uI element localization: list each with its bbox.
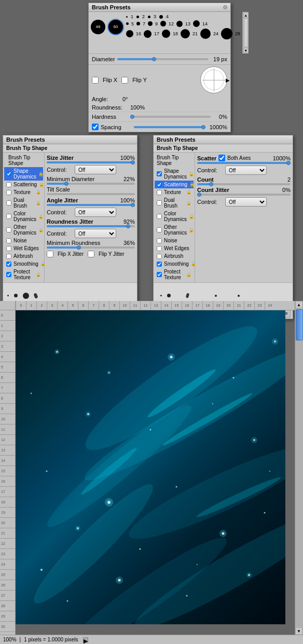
brush-18[interactable] — [162, 30, 170, 38]
rlist-item-color-dynamics[interactable]: Color Dynamics 🔒 — [155, 210, 194, 223]
size-jitter-thumb[interactable] — [131, 160, 135, 165]
color-dynamics-cb[interactable] — [6, 214, 11, 219]
rlist-item-shape-dynamics[interactable]: Shape Dynamics 🔒 — [155, 167, 194, 181]
brush-21[interactable] — [181, 29, 190, 38]
texture-cb[interactable] — [6, 190, 11, 195]
brush-grid-scrollbar[interactable]: ▲ ▼ — [242, 12, 249, 53]
control-select-2[interactable]: Off — [75, 208, 116, 217]
list-item-shape-dynamics[interactable]: Shape Dynamics 🔒 — [4, 167, 43, 181]
noise-cb[interactable] — [6, 238, 11, 243]
wet-edges-cb[interactable] — [6, 246, 11, 251]
list-item-wet-edges[interactable]: Wet Edges — [4, 244, 43, 252]
r-protect-texture-cb[interactable] — [157, 272, 162, 277]
diameter-slider[interactable] — [117, 58, 209, 60]
rlist-item-texture[interactable]: Texture 🔒 — [155, 188, 194, 196]
brush-13[interactable] — [176, 21, 183, 27]
flip-y-jitter-cb[interactable] — [88, 251, 94, 257]
r-dual-brush-cb[interactable] — [157, 200, 162, 205]
hardness-slider[interactable] — [130, 116, 211, 118]
brush-16[interactable] — [126, 30, 133, 37]
brush-5[interactable] — [126, 22, 129, 25]
both-axes-cb[interactable] — [218, 155, 225, 161]
r-wet-edges-cb[interactable] — [157, 246, 162, 251]
r-other-dynamics-cb[interactable] — [157, 227, 162, 232]
airbrush-cb[interactable] — [6, 254, 11, 259]
top-panel-close-dots[interactable] — [223, 5, 227, 9]
scatter-thumb[interactable] — [286, 161, 291, 165]
other-dynamics-cb[interactable] — [6, 227, 11, 232]
shape-dynamics-cb[interactable] — [6, 171, 11, 176]
diameter-thumb[interactable] — [152, 57, 156, 61]
spacing-checkbox[interactable] — [92, 124, 99, 130]
scattering-cb[interactable] — [6, 182, 11, 187]
min-roundness-slider[interactable] — [47, 246, 135, 249]
brush-7[interactable] — [136, 22, 140, 25]
list-item-other-dynamics[interactable]: Other Dynamics 🔒 — [4, 223, 43, 237]
roundness-jitter-slider[interactable] — [47, 225, 135, 227]
rlist-item-dual-brush[interactable]: Dual Brush 🔒 — [155, 196, 194, 210]
list-item-brush-tip[interactable]: Brush Tip Shape — [4, 154, 43, 167]
brush-1[interactable] — [126, 16, 128, 18]
r-airbrush-cb[interactable] — [157, 254, 162, 259]
scroll-right-up[interactable]: ▲ — [295, 301, 302, 308]
scroll-thumb[interactable] — [244, 18, 248, 47]
control-select-1[interactable]: Off — [75, 165, 116, 174]
flip-x-jitter-cb[interactable] — [47, 251, 53, 257]
r-color-dynamics-cb[interactable] — [157, 214, 162, 219]
list-item-color-dynamics[interactable]: Color Dynamics 🔒 — [4, 210, 43, 223]
status-nav-arrow[interactable]: ▶ — [83, 637, 88, 642]
flip-x-checkbox[interactable] — [92, 77, 99, 84]
brush-4[interactable] — [159, 15, 163, 19]
r-scattering-cb[interactable] — [157, 182, 162, 187]
angle-jitter-thumb[interactable] — [131, 203, 135, 207]
smoothing-cb[interactable] — [6, 262, 11, 267]
count-thumb[interactable] — [209, 182, 213, 186]
list-item-scattering[interactable]: Scattering 🔒 — [4, 181, 43, 188]
size-jitter-slider[interactable] — [47, 161, 135, 163]
list-item-protect-texture[interactable]: Protect Texture 🔒 — [4, 268, 43, 281]
protect-texture-cb[interactable] — [6, 272, 11, 277]
rlist-item-protect-texture[interactable]: Protect Texture 🔒 — [155, 268, 194, 281]
brush-3[interactable] — [148, 16, 150, 18]
r-noise-cb[interactable] — [157, 238, 162, 243]
brush-14[interactable] — [193, 20, 200, 27]
rlist-item-wet-edges[interactable]: Wet Edges — [155, 244, 194, 252]
right-scroll-thumb[interactable] — [296, 309, 303, 340]
scatter-slider[interactable] — [197, 162, 291, 164]
r-shape-dynamics-cb[interactable] — [157, 171, 162, 176]
tilt-scale-slider[interactable] — [47, 193, 135, 195]
r-control-select-1[interactable]: Off — [225, 166, 267, 175]
count-jitter-slider[interactable] — [197, 194, 291, 196]
min-diameter-thumb[interactable] — [64, 182, 68, 186]
brush-24[interactable] — [200, 29, 211, 39]
rlist-item-smoothing[interactable]: Smoothing 🔒 — [155, 260, 194, 268]
list-item-smoothing[interactable]: Smoothing 🔒 — [4, 260, 43, 268]
brush-60[interactable]: 60 — [107, 19, 124, 35]
roundness-jitter-thumb[interactable] — [126, 224, 130, 228]
right-scrollbar[interactable]: ▲ ▼ — [295, 301, 303, 635]
brush-9[interactable] — [148, 21, 153, 26]
spacing-thumb[interactable] — [201, 125, 205, 129]
r-control-select-2[interactable]: Off — [225, 197, 267, 207]
min-roundness-thumb[interactable] — [77, 245, 81, 250]
count-jitter-thumb[interactable] — [197, 193, 201, 197]
list-item-dual-brush[interactable]: Dual Brush 🔒 — [4, 196, 43, 210]
list-item-airbrush[interactable]: Airbrush — [4, 252, 43, 260]
r-texture-cb[interactable] — [157, 190, 162, 195]
angle-jitter-slider[interactable] — [47, 204, 135, 206]
scroll-right-down[interactable]: ▼ — [295, 627, 302, 635]
control-select-3[interactable]: Off — [75, 229, 116, 238]
scroll-down-arrow[interactable]: ▼ — [243, 48, 249, 53]
brush-28[interactable] — [221, 28, 232, 39]
r-smoothing-cb[interactable] — [157, 262, 162, 267]
dual-brush-cb[interactable] — [6, 200, 11, 205]
brush-48[interactable]: 48 — [91, 20, 105, 34]
list-item-noise[interactable]: Noise — [4, 237, 43, 244]
rlist-item-other-dynamics[interactable]: Other Dynamics 🔒 — [155, 223, 194, 237]
hardness-thumb[interactable] — [130, 115, 134, 119]
rlist-item-brush-tip[interactable]: Brush Tip Shape — [155, 154, 194, 167]
brush-12[interactable] — [160, 21, 166, 26]
list-item-texture[interactable]: Texture 🔒 — [4, 188, 43, 196]
rlist-item-noise[interactable]: Noise — [155, 237, 194, 244]
scroll-up-arrow[interactable]: ▲ — [243, 12, 249, 18]
